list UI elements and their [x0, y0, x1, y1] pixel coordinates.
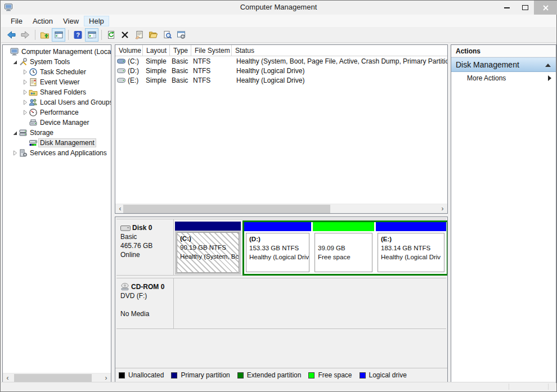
maximize-icon	[522, 5, 528, 10]
task-scheduler-icon	[29, 67, 38, 76]
volume-list-horizontal-scrollbar[interactable]: ‹ ›	[115, 204, 447, 213]
properties-button[interactable]	[132, 28, 146, 42]
volume-row-c[interactable]: (C:) Simple Basic NTFS Healthy (System, …	[115, 56, 447, 66]
column-header-type[interactable]: Type	[170, 45, 191, 56]
expander-collapsed-icon[interactable]	[22, 69, 29, 75]
tree-item-services-and-applications[interactable]: Services and Applications	[4, 148, 111, 158]
disk-name: Disk 0	[132, 223, 152, 232]
volume-drive-icon	[117, 58, 126, 65]
volume-row-d[interactable]: (D:) Simple Basic NTFS Healthy (Logical …	[115, 66, 447, 75]
scroll-right-arrow[interactable]: ›	[438, 204, 447, 214]
partition-status: Healthy (System, Bc	[180, 252, 239, 261]
submenu-arrow-icon	[548, 75, 551, 81]
cd-rom-icon	[120, 283, 130, 291]
open-folder-button[interactable]	[146, 28, 160, 42]
help-button[interactable]: ?	[71, 28, 84, 42]
refresh-button[interactable]	[104, 28, 118, 42]
tree-item-label: System Tools	[28, 58, 71, 66]
tree-item-event-viewer[interactable]: Event Viewer	[4, 77, 111, 87]
partition-e[interactable]: (E:) 183.14 GB NTFS Healthy (Logical Dri…	[376, 222, 446, 274]
up-level-button[interactable]	[38, 28, 51, 42]
volume-file-system: NTFS	[191, 67, 232, 75]
free-space-region[interactable]: 39.09 GB Free space	[313, 222, 374, 274]
expander-collapsed-icon[interactable]	[22, 110, 29, 115]
volume-layout: Simple	[143, 57, 170, 65]
show-action-pane-toggle[interactable]	[85, 28, 98, 42]
tree-item-disk-management[interactable]: Disk Management	[4, 138, 111, 148]
volume-layout: Simple	[143, 67, 170, 75]
collapse-arrow-icon[interactable]	[545, 64, 551, 67]
volume-drive-icon	[117, 67, 126, 74]
tree-item-label: Event Viewer	[38, 78, 81, 86]
computer-management-window: Computer Management File Action View Hel…	[0, 0, 557, 392]
partition-label	[318, 235, 372, 244]
tree-item-performance[interactable]: Performance	[4, 107, 111, 118]
tree-item-local-users-and-groups[interactable]: Local Users and Groups	[4, 97, 111, 107]
partition-e-body: (E:) 183.14 GB NTFS Healthy (Logical Dri…	[378, 233, 444, 272]
tree-item-device-manager[interactable]: Device Manager	[4, 118, 111, 128]
expander-collapsed-icon[interactable]	[12, 150, 19, 156]
shared-folders-icon	[29, 88, 38, 97]
cdrom-0-label-box[interactable]: CD-ROM 0 DVD (F:) No Media	[116, 278, 174, 328]
legend-label: Primary partition	[181, 371, 230, 379]
partition-c-color-bar	[175, 222, 241, 231]
minimize-button[interactable]	[498, 1, 516, 15]
legend-swatch-primary-partition	[171, 372, 177, 379]
status-bar-divider	[509, 384, 509, 390]
computer-icon	[10, 47, 20, 56]
column-header-volume[interactable]: Volume	[115, 45, 143, 56]
tree-item-shared-folders[interactable]: Shared Folders	[4, 87, 111, 97]
column-header-file-system[interactable]: File System	[191, 45, 232, 56]
forward-button[interactable]	[19, 28, 32, 42]
partition-label: (D:)	[249, 235, 309, 244]
device-manager-icon	[29, 118, 38, 127]
console-tree-pane: Computer Management (Local System Tools …	[2, 44, 111, 383]
expander-expanded-icon[interactable]	[12, 60, 19, 65]
volume-type: Basic	[170, 76, 191, 84]
volume-file-system: NTFS	[191, 76, 232, 84]
column-header-layout[interactable]: Layout	[143, 45, 170, 56]
expander-collapsed-icon[interactable]	[22, 79, 29, 85]
menu-bar: File Action View Help	[1, 15, 556, 27]
menu-help[interactable]: Help	[84, 16, 109, 26]
partition-c[interactable]: (C:) 90.19 GB NTFS Healthy (System, Bc	[175, 222, 241, 274]
tree-item-task-scheduler[interactable]: Task Scheduler	[4, 67, 111, 77]
delete-button[interactable]	[118, 28, 132, 42]
partition-d[interactable]: (D:) 153.33 GB NTFS Healthy (Logical Dri…	[244, 222, 311, 274]
tree-item-label: Storage	[28, 129, 55, 137]
volume-row-e[interactable]: (E:) Simple Basic NTFS Healthy (Logical …	[115, 75, 447, 85]
menu-action[interactable]: Action	[28, 16, 58, 26]
volume-list-pane: Volume Layout Type File System Status (C…	[115, 44, 448, 214]
tree-item-computer-management[interactable]: Computer Management (Local	[4, 47, 111, 57]
expander-expanded-icon[interactable]	[12, 130, 19, 136]
tree-horizontal-scrollbar[interactable]: ‹ ›	[3, 373, 111, 382]
back-button[interactable]	[5, 28, 18, 42]
close-button[interactable]	[534, 1, 557, 15]
tree-item-label: Computer Management (Local	[20, 48, 111, 56]
extended-partition-group: (D:) 153.33 GB NTFS Healthy (Logical Dri…	[242, 220, 448, 276]
more-actions-item[interactable]: More Actions	[451, 72, 556, 84]
status-bar-divider	[548, 384, 549, 390]
cdrom-name: CD-ROM 0	[131, 282, 164, 291]
scrollbar-thumb[interactable]	[123, 205, 330, 213]
menu-view[interactable]: View	[58, 16, 84, 26]
find-button[interactable]	[160, 28, 174, 42]
tree-item-label: Services and Applications	[28, 149, 109, 157]
console-tree-icon	[54, 30, 64, 39]
actions-group-disk-management[interactable]: Disk Management	[451, 57, 556, 72]
column-header-status[interactable]: Status	[232, 45, 447, 56]
maximize-button[interactable]	[516, 1, 534, 15]
expander-collapsed-icon[interactable]	[22, 100, 29, 105]
status-bar	[1, 382, 556, 391]
more-actions-label: More Actions	[467, 74, 506, 82]
legend-item-extended-partition: Extended partition	[237, 371, 302, 379]
manage-computer-button[interactable]	[174, 28, 188, 42]
tree-item-system-tools[interactable]: System Tools	[4, 57, 111, 67]
scrollbar-thumb[interactable]	[14, 374, 92, 382]
show-console-tree-toggle[interactable]	[52, 28, 65, 42]
partition-status: Healthy (Logical Driv	[381, 253, 444, 262]
menu-file[interactable]: File	[6, 16, 28, 26]
expander-collapsed-icon[interactable]	[22, 89, 29, 95]
disk-0-label-box[interactable]: Disk 0 Basic 465.76 GB Online	[116, 219, 174, 275]
tree-item-storage[interactable]: Storage	[4, 128, 111, 138]
